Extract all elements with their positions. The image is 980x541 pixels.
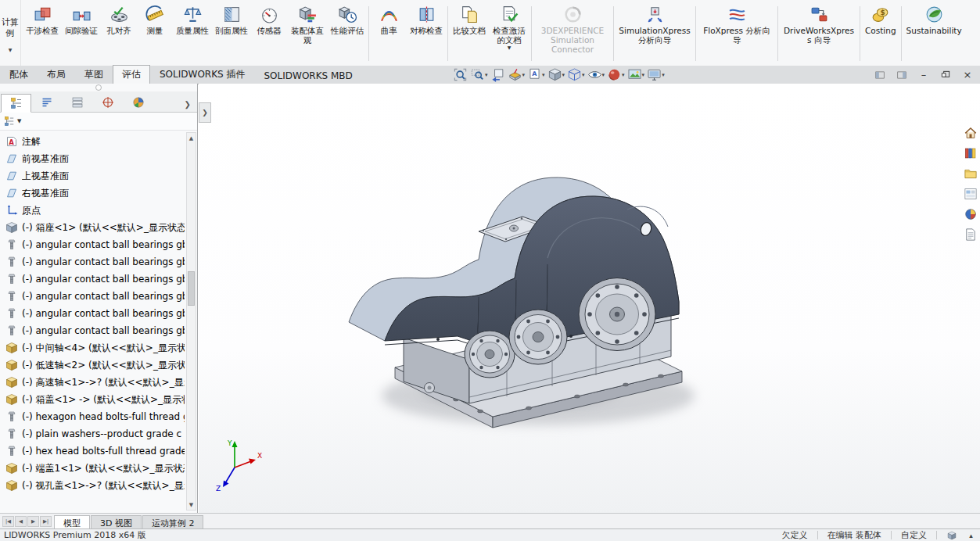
gearbox-model[interactable] [349,177,695,428]
status-assembly-icon[interactable] [946,530,957,540]
tree-item[interactable]: (-) angular contact ball bearings gb [0,288,197,305]
design-library-button[interactable] [962,145,978,161]
mass-properties-button[interactable]: 质量属性 [173,2,212,63]
hide-show-items-button[interactable]: ▾ [587,66,606,84]
section-view-button[interactable]: ▾ [507,66,526,84]
gearbox-model-canvas[interactable]: Y X Z [199,84,980,514]
panel-tab-propertymanager[interactable] [31,93,62,112]
tab-solidworks-mbd[interactable]: SOLIDWORKS MBD [254,67,361,84]
home-button[interactable] [962,124,978,141]
panel-tab-featuremanager-tree[interactable] [1,94,31,113]
scroll-down-button[interactable]: ▼ [187,500,196,510]
panel-tab-displaymanager[interactable] [123,93,153,112]
clearance-verification-button[interactable]: 间隙验证 [62,2,101,63]
tab-scroll-first-button[interactable]: |◀ [2,516,14,527]
tree-item[interactable]: (-) 高速轴<1>->? (默认<<默认>_显示状态 [0,374,197,391]
motion-study-button-fragment[interactable]: 计算 例 ▼ [0,0,21,66]
panel-tab-configurationmanager[interactable] [62,93,92,112]
tree-item[interactable]: (-) angular contact ball bearings gb [0,236,197,253]
panel-tab-dimxpertmanager[interactable] [92,93,123,112]
scrollbar-thumb[interactable] [188,271,195,306]
dropdown-caret-icon[interactable]: ▼ [508,45,512,51]
compare-documents-button[interactable]: 比较文档 [450,2,489,63]
tab-solidworks-addins[interactable]: SOLIDWORKS 插件 [150,65,254,84]
tab-scroll-prev-button[interactable]: ◀ [15,516,27,527]
assembly-visualization-button[interactable]: 装配体直观 [287,2,328,63]
tree-item[interactable]: A注解 [0,133,197,150]
tree-item[interactable]: (-) hexagon head bolts-full thread g [0,408,197,425]
tab-scroll-next-button[interactable]: ▶ [27,516,39,527]
view-orientation-button[interactable]: ▾ [547,66,566,84]
panel-flyout-expand-button[interactable]: ❯ [199,102,211,123]
scrollbar-track[interactable] [187,143,196,500]
dropdown-caret-icon[interactable]: ▾ [522,72,526,78]
minimize-button[interactable]: – [916,68,932,82]
doc-tab-motion-study-2[interactable]: 运动算例 2 [142,515,204,528]
restore-button[interactable] [938,68,953,82]
dropdown-caret-icon[interactable]: ▾ [602,72,605,78]
status-expand-icon[interactable]: ▴ [966,530,976,540]
dropdown-caret-icon[interactable]: ▾ [662,72,665,78]
doc-tab-model[interactable]: 模型 [54,515,90,528]
display-style-button[interactable]: ▾ [566,66,586,84]
dropdown-caret-icon[interactable]: ▾ [485,72,488,78]
panel-tabs-overflow-arrow[interactable]: ❯ [185,100,196,112]
tab-assembly[interactable]: 配体 [0,65,38,84]
curvature-button[interactable]: 曲率 [371,2,407,63]
tree-item[interactable]: (-) angular contact ball bearings gb [0,253,197,270]
annotation-views-button[interactable]: A▾ [526,66,546,84]
panel-grab-handle[interactable] [0,84,197,91]
tree-scrollbar[interactable]: ▲ ▼ [186,132,196,511]
collapse-right-pane-button[interactable] [894,68,910,82]
dropdown-caret-icon[interactable]: ▾ [562,72,565,78]
simulationxpress-wizard-button[interactable]: SimulationXpress 分析向导 [616,2,694,63]
flyout-caret-icon[interactable]: ▼ [9,47,13,53]
document-properties-button[interactable] [962,226,978,242]
edit-appearance-button[interactable]: ▾ [606,66,626,84]
hole-alignment-button[interactable]: 孔对齐 [101,2,137,63]
tree-display-icon[interactable] [4,116,15,127]
graphics-area[interactable]: Y X Z [199,84,980,514]
tree-display-caret-icon[interactable]: ▼ [17,118,21,124]
file-explorer-button[interactable] [962,165,978,181]
tree-item[interactable]: (-) angular contact ball bearings gb [0,305,197,322]
tree-item[interactable]: (-) hex head bolts-full thread grade [0,442,197,460]
tree-item[interactable]: (-) 中间轴<4> (默认<<默认>_显示状态 [0,339,197,356]
zoom-area-button[interactable]: ▾ [469,66,489,84]
apply-scene-button[interactable]: ▾ [626,66,646,84]
tree-item[interactable]: (-) 视孔盖<1>->? (默认<<默认>_显示状态 [0,477,197,494]
close-button[interactable]: × [960,68,975,82]
doc-tab-3d-views[interactable]: 3D 视图 [91,515,142,528]
view-settings-button[interactable]: ▾ [646,66,666,84]
tree-item[interactable]: (-) angular contact ball bearings gb [0,322,197,339]
dropdown-caret-icon[interactable]: ▾ [622,72,625,78]
tree-item[interactable]: 原点 [0,202,197,219]
tree-item[interactable]: 右视基准面 [0,185,197,202]
tree-item[interactable]: (-) angular contact ball bearings gb [0,270,197,288]
appearances-button[interactable] [962,206,978,222]
dropdown-caret-icon[interactable]: ▾ [582,72,585,78]
3dexperience-simulation-connector-button[interactable]: 3DEXPERIENCE Simulation Connector [533,2,612,63]
zoom-fit-button[interactable] [452,66,468,84]
tab-evaluate[interactable]: 评估 [113,65,150,84]
interference-check-button[interactable]: 干涉检查 [23,2,62,63]
scroll-up-button[interactable]: ▲ [187,133,196,143]
sustainability-button[interactable]: Sustainability [903,2,965,63]
tree-item[interactable]: (-) 箱盖<1> -> (默认<<默认>_显示状态 [0,391,197,408]
tab-scroll-last-button[interactable]: ▶| [40,516,52,527]
tree-item[interactable]: (-) 低速轴<2> (默认<<默认>_显示状态 [0,356,197,374]
previous-view-button[interactable] [490,66,506,84]
collapse-left-pane-button[interactable] [872,68,888,82]
section-properties-button[interactable]: 剖面属性 [212,2,251,63]
tree-item[interactable]: (-) 端盖1<1> (默认<<默认>_显示状态 [0,460,197,477]
tree-item[interactable]: 上视基准面 [0,167,197,185]
measure-button[interactable]: 测量 [137,2,173,63]
tree-item[interactable]: 前视基准面 [0,150,197,167]
view-palette-button[interactable] [962,185,978,202]
dropdown-caret-icon[interactable]: ▾ [642,72,645,78]
dropdown-caret-icon[interactable]: ▾ [542,72,545,78]
driveworksxpress-wizard-button[interactable]: DriveWorksXpress 向导 [780,2,858,63]
check-active-document-button[interactable]: 检查激活的文档▼ [489,2,529,63]
costing-button[interactable]: $Costing [862,2,899,63]
floxpress-wizard-button[interactable]: FloXpress 分析向导 [698,2,776,63]
